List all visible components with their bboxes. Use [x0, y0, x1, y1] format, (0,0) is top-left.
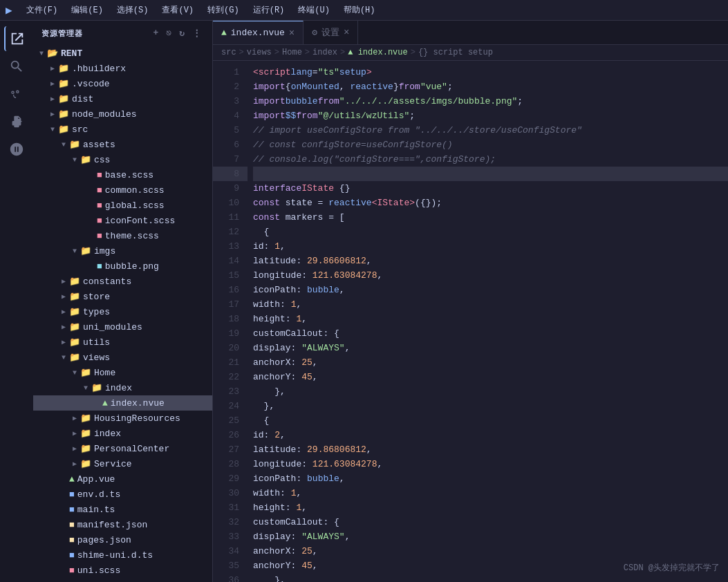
breadcrumb-section[interactable]: {} script setup	[418, 48, 493, 57]
tab-settings-label: 设置	[321, 26, 339, 39]
tab-bar: ▲ index.nvue × ⚙ 设置 ×	[213, 21, 728, 45]
tab-index-nvue[interactable]: ▲ index.nvue ×	[213, 21, 304, 44]
sidebar-title: 资源管理器	[41, 28, 83, 39]
line-numbers: 1234567891011121314151617181920212223242…	[213, 61, 248, 582]
tree-base-scss[interactable]: ■ base.scss	[33, 167, 212, 182]
menu-help[interactable]: 帮助(H)	[338, 3, 381, 17]
tree-css[interactable]: ▼ 📁 css	[33, 152, 212, 167]
main-layout: 资源管理器 + ⎋ ↻ ⋮ ▼ 📂 RENT ▶ 📁 .hbuilderx	[0, 21, 728, 582]
tree-hbuilderx[interactable]: ▶ 📁 .hbuilderx	[33, 61, 212, 76]
tab-close-settings[interactable]: ×	[344, 27, 349, 38]
tree-home[interactable]: ▼ 📁 Home	[33, 365, 212, 380]
activity-bar	[0, 21, 33, 582]
activity-debug[interactable]	[4, 137, 29, 162]
code-content[interactable]: <script lang="ts" setup>import { onMount…	[248, 61, 728, 582]
tree-store[interactable]: ▶ 📁 store	[33, 289, 212, 304]
sidebar-header: 资源管理器 + ⎋ ↻ ⋮	[33, 21, 212, 46]
tree-index-nvue[interactable]: ▲ index.nvue	[33, 395, 212, 411]
menu-file[interactable]: 文件(F)	[21, 3, 64, 17]
tab-index-nvue-label: index.nvue	[231, 28, 285, 38]
menu-select[interactable]: 选择(S)	[111, 3, 154, 17]
sidebar-actions: + ⎋ ↻ ⋮	[151, 26, 204, 40]
menu-view[interactable]: 查看(V)	[156, 3, 199, 17]
tree-main-ts[interactable]: ■ main.ts	[33, 502, 212, 517]
tree-vscode[interactable]: ▶ 📁 .vscode	[33, 76, 212, 91]
tab-settings[interactable]: ⚙ 设置 ×	[304, 21, 358, 44]
tab-close-nvue[interactable]: ×	[289, 28, 295, 39]
tree-types[interactable]: ▶ 📁 types	[33, 304, 212, 319]
tree-shime-uni-dts[interactable]: ■ shime-uni.d.ts	[33, 547, 212, 563]
menu-run[interactable]: 运行(R)	[248, 3, 290, 17]
breadcrumb-home[interactable]: Home	[282, 48, 302, 57]
tree-home-index[interactable]: ▼ 📁 index	[33, 380, 212, 395]
file-tree: ▼ 📂 RENT ▶ 📁 .hbuilderx ▶ 📁 .vscode	[33, 46, 212, 582]
tree-src[interactable]: ▼ 📁 src	[33, 122, 212, 137]
menu-goto[interactable]: 转到(G)	[202, 3, 245, 17]
tree-global-scss[interactable]: ■ global.scss	[33, 198, 212, 213]
activity-extensions[interactable]	[4, 109, 29, 134]
tree-app-vue[interactable]: ▲ App.vue	[33, 471, 212, 487]
activity-search[interactable]	[4, 54, 29, 79]
breadcrumb: src > views > Home > index > ▲ index.nvu…	[213, 45, 728, 61]
tree-root[interactable]: ▼ 📂 RENT	[33, 46, 212, 61]
code-editor[interactable]: 1234567891011121314151617181920212223242…	[213, 61, 728, 582]
tree-views-index[interactable]: ▶ 📁 index	[33, 426, 212, 441]
titlebar: ▶ 文件(F) 编辑(E) 选择(S) 查看(V) 转到(G) 运行(R) 终端…	[0, 0, 728, 21]
tree-iconfont-scss[interactable]: ■ iconFont.scss	[33, 213, 212, 228]
editor-area: ▲ index.nvue × ⚙ 设置 × src > views > Home…	[213, 21, 728, 582]
tree-node-modules[interactable]: ▶ 📁 node_modules	[33, 106, 212, 122]
tree-common-scss[interactable]: ■ common.scss	[33, 182, 212, 198]
tree-views[interactable]: ▼ 📁 views	[33, 350, 212, 365]
tree-constants[interactable]: ▶ 📁 constants	[33, 274, 212, 289]
tree-pages-json[interactable]: ■ pages.json	[33, 532, 212, 547]
tree-manifest-json[interactable]: ■ manifest.json	[33, 517, 212, 532]
new-folder-icon[interactable]: ⎋	[164, 26, 174, 40]
activity-explorer[interactable]	[4, 26, 29, 51]
tree-uni-modules[interactable]: ▶ 📁 uni_modules	[33, 319, 212, 335]
collapse-icon[interactable]: ⋮	[190, 26, 204, 40]
tree-bubble-png[interactable]: ■ bubble.png	[33, 259, 212, 274]
breadcrumb-index[interactable]: index	[312, 48, 337, 57]
breadcrumb-src[interactable]: src	[221, 48, 236, 57]
menu-terminal[interactable]: 终端(U)	[292, 3, 335, 17]
tree-personal-center[interactable]: ▶ 📁 PersonalCenter	[33, 441, 212, 456]
sidebar: 资源管理器 + ⎋ ↻ ⋮ ▼ 📂 RENT ▶ 📁 .hbuilderx	[33, 21, 213, 582]
activity-source-control[interactable]	[4, 82, 29, 106]
new-file-icon[interactable]: +	[151, 26, 162, 40]
tree-uni-scss[interactable]: ■ uni.scss	[33, 563, 212, 578]
tree-utils[interactable]: ▶ 📁 utils	[33, 335, 212, 350]
tree-env-dts[interactable]: ■ env.d.ts	[33, 487, 212, 502]
refresh-icon[interactable]: ↻	[177, 26, 187, 40]
tree-assets[interactable]: ▼ 📁 assets	[33, 137, 212, 152]
tree-dist[interactable]: ▶ 📁 dist	[33, 91, 212, 106]
breadcrumb-file[interactable]: ▲ index.nvue	[348, 48, 407, 57]
tree-theme-scss[interactable]: ■ theme.scss	[33, 228, 212, 243]
app-logo: ▶	[6, 3, 12, 17]
menu-bar: 文件(F) 编辑(E) 选择(S) 查看(V) 转到(G) 运行(R) 终端(U…	[21, 3, 381, 17]
tree-housing-resources[interactable]: ▶ 📁 HousingResources	[33, 411, 212, 426]
tree-service[interactable]: ▶ 📁 Service	[33, 456, 212, 471]
menu-edit[interactable]: 编辑(E)	[66, 3, 109, 17]
breadcrumb-views[interactable]: views	[247, 48, 272, 57]
tree-imgs[interactable]: ▼ 📁 imgs	[33, 243, 212, 259]
